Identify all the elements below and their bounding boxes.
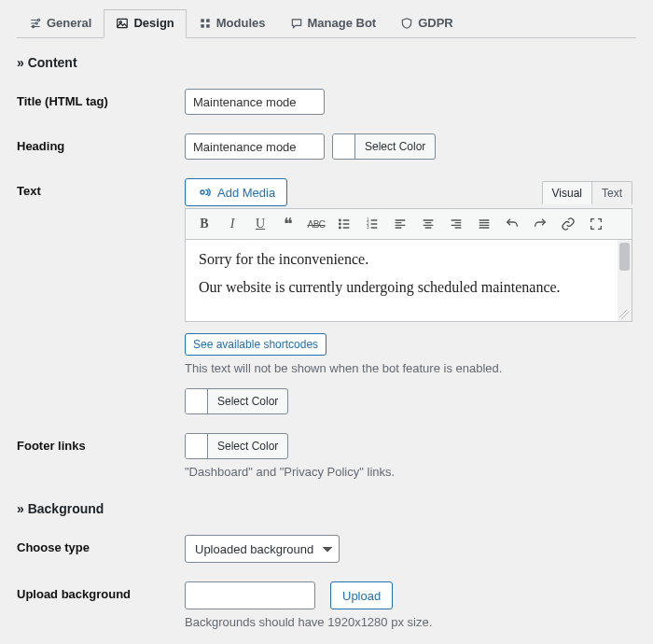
- upload-button[interactable]: Upload: [330, 581, 393, 609]
- bullet-list-button[interactable]: [335, 215, 354, 233]
- editor-mode-tabs: Visual Text: [542, 181, 632, 204]
- blockquote-button[interactable]: ❝: [279, 215, 298, 233]
- upload-button-label: Upload: [342, 589, 381, 603]
- editor-resize-handle[interactable]: [619, 310, 629, 319]
- add-media-label: Add Media: [217, 186, 275, 200]
- label-text: Text: [17, 178, 185, 198]
- row-heading: Heading Select Color: [17, 133, 636, 160]
- input-heading[interactable]: [185, 133, 325, 160]
- tab-modules[interactable]: Modules: [187, 9, 278, 37]
- media-icon: [197, 185, 212, 200]
- tab-general[interactable]: General: [17, 9, 104, 37]
- editor-tab-visual[interactable]: Visual: [543, 182, 591, 204]
- image-icon: [116, 17, 129, 30]
- svg-rect-6: [206, 19, 210, 22]
- svg-point-10: [340, 219, 341, 221]
- select-color-label: Select Color: [355, 134, 435, 159]
- bold-button[interactable]: B: [195, 215, 214, 233]
- svg-rect-5: [201, 19, 204, 22]
- editor-content[interactable]: Sorry for the inconvenience. Our website…: [185, 240, 632, 322]
- color-swatch: [186, 434, 208, 458]
- row-choose-type: Choose type Uploaded background: [17, 535, 636, 563]
- text-hint: This text will not be shown when the bot…: [185, 361, 632, 375]
- align-left-button[interactable]: [391, 215, 410, 233]
- svg-point-1: [35, 21, 37, 23]
- label-title-html-tag: Title (HTML tag): [17, 89, 185, 108]
- settings-tabs: General Design Modules Manage Bot GDPR: [17, 9, 636, 38]
- editor-tab-text[interactable]: Text: [591, 182, 632, 204]
- italic-button[interactable]: I: [223, 215, 242, 233]
- editor-line-2: Our website is currently undergoing sche…: [199, 279, 618, 296]
- tab-gdpr-label: GDPR: [418, 16, 453, 30]
- select-color-label: Select Color: [208, 434, 287, 458]
- tab-manage-bot-label: Manage Bot: [308, 16, 377, 30]
- fullscreen-button[interactable]: [587, 215, 605, 233]
- tab-gdpr[interactable]: GDPR: [388, 9, 465, 37]
- see-shortcodes-button[interactable]: See available shortcodes: [185, 333, 326, 356]
- svg-point-0: [37, 19, 39, 21]
- add-media-button[interactable]: Add Media: [185, 178, 287, 206]
- select-color-text[interactable]: Select Color: [185, 388, 288, 414]
- align-justify-button[interactable]: [475, 215, 493, 233]
- label-heading: Heading: [17, 133, 185, 153]
- input-title-html-tag[interactable]: [185, 89, 325, 115]
- section-background-title: » Background: [17, 501, 636, 516]
- svg-text:3: 3: [367, 225, 369, 230]
- section-content-title: » Content: [17, 55, 636, 70]
- link-button[interactable]: [559, 215, 577, 233]
- row-upload-background: Upload background Upload Backgrounds sho…: [17, 581, 636, 629]
- svg-rect-7: [201, 24, 204, 28]
- svg-point-11: [340, 223, 341, 225]
- tab-design[interactable]: Design: [104, 9, 186, 38]
- numbered-list-button[interactable]: 123: [363, 215, 382, 233]
- strikethrough-button[interactable]: ABC: [307, 215, 326, 233]
- align-center-button[interactable]: [419, 215, 438, 233]
- svg-rect-3: [118, 19, 128, 27]
- tab-modules-label: Modules: [216, 16, 266, 30]
- tab-design-label: Design: [133, 16, 174, 30]
- label-upload-background: Upload background: [17, 581, 185, 601]
- row-text: Text Add Media Visual Text B I U ❝ ABC 1…: [17, 178, 636, 414]
- select-color-label: Select Color: [208, 389, 287, 413]
- color-swatch: [186, 389, 208, 413]
- shield-icon: [400, 17, 413, 30]
- undo-button[interactable]: [503, 215, 521, 233]
- label-choose-type: Choose type: [17, 535, 185, 554]
- color-swatch: [333, 134, 355, 159]
- input-upload-path[interactable]: [185, 581, 315, 609]
- select-bg-type[interactable]: Uploaded background: [185, 535, 340, 563]
- redo-button[interactable]: [531, 215, 549, 233]
- sliders-icon: [29, 17, 42, 30]
- align-right-button[interactable]: [447, 215, 465, 233]
- bg-hint: Backgrounds should have 1920x1280 px siz…: [185, 615, 636, 629]
- svg-rect-8: [206, 24, 210, 28]
- svg-point-12: [340, 227, 341, 229]
- editor-toolbar: B I U ❝ ABC 123: [185, 208, 632, 240]
- underline-button[interactable]: U: [251, 215, 270, 233]
- svg-point-9: [201, 190, 204, 194]
- grid-icon: [199, 17, 212, 30]
- label-footer-links: Footer links: [17, 433, 185, 453]
- footer-hint: "Dashboard" and "Privacy Policy" links.: [185, 465, 636, 479]
- select-color-heading[interactable]: Select Color: [332, 133, 436, 160]
- tab-general-label: General: [47, 16, 91, 30]
- tab-manage-bot[interactable]: Manage Bot: [278, 9, 389, 37]
- chat-icon: [290, 17, 303, 30]
- editor-scrollbar[interactable]: [618, 240, 632, 321]
- row-footer-links: Footer links Select Color "Dashboard" an…: [17, 433, 636, 479]
- select-color-footer[interactable]: Select Color: [185, 433, 288, 459]
- row-title-html-tag: Title (HTML tag): [17, 89, 636, 115]
- editor-line-1: Sorry for the inconvenience.: [199, 251, 618, 268]
